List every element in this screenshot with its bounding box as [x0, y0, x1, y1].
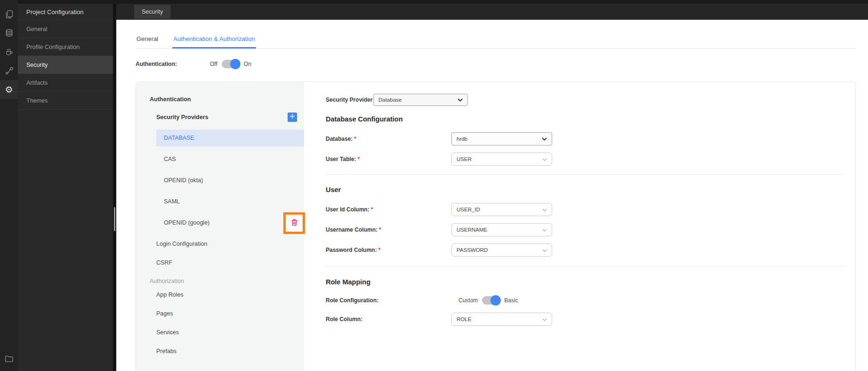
sidebar-item-artifacts[interactable]: Artifacts: [18, 73, 113, 91]
required-asterisk: *: [378, 247, 381, 253]
database-field-row: Database:* hrdb: [326, 132, 844, 145]
auth-nav-panel: Authentication Security Providers DATABA…: [136, 82, 304, 371]
role-mapping-heading: Role Mapping: [326, 278, 844, 286]
database-configuration-heading: Database Configuration: [326, 115, 844, 123]
section-divider: [326, 266, 844, 266]
username-column-label: Username Column:*: [326, 226, 451, 233]
password-column-value: PASSWORD: [457, 247, 488, 253]
provider-item-database[interactable]: DATABASE: [156, 129, 304, 146]
user-id-column-select[interactable]: USER_ID: [451, 203, 552, 216]
role-column-row: Role Column: ROLE: [326, 313, 844, 326]
provider-item-openid-okta[interactable]: OPENID (okta): [156, 172, 304, 189]
window-top-strip: [18, 0, 868, 4]
tab-authentication-authorization[interactable]: Authentication & Authorization: [172, 35, 256, 48]
nav-item-pages[interactable]: Pages: [156, 305, 304, 322]
delete-provider-button[interactable]: [283, 212, 305, 234]
chevron-down-icon: [458, 97, 463, 103]
label-text: Password Column:: [326, 247, 377, 253]
nav-item-prefabs[interactable]: Prefabs: [156, 343, 304, 360]
role-configuration-toggle-group: Custom Basic: [458, 296, 518, 305]
provider-item-cas[interactable]: CAS: [156, 151, 304, 168]
chevron-down-icon: [542, 136, 547, 142]
chevron-down-icon: [542, 316, 547, 322]
nav-item-services[interactable]: Services: [156, 324, 304, 341]
role-column-value: ROLE: [457, 316, 471, 322]
required-asterisk: *: [371, 206, 373, 213]
services-icon[interactable]: [0, 61, 18, 80]
sidebar-item-profile-configuration[interactable]: Profile Configuration: [18, 38, 113, 56]
tab-bar: General Authentication & Authorization: [136, 35, 856, 49]
security-provider-field-label: Security Provider: [326, 97, 373, 103]
label-text: User Table:: [326, 156, 356, 162]
role-configuration-switch[interactable]: [482, 296, 500, 305]
toggle-custom-label: Custom: [458, 297, 478, 304]
topbar-tab-security[interactable]: Security: [134, 5, 170, 19]
user-id-column-value: USER_ID: [457, 207, 480, 212]
pages-icon[interactable]: [0, 5, 18, 24]
toggle-off-label: Off: [210, 61, 217, 67]
java-icon[interactable]: [0, 42, 18, 61]
nav-item-app-roles[interactable]: App Roles: [156, 286, 304, 303]
user-table-field-row: User Table:* USER: [326, 153, 844, 166]
username-column-select[interactable]: USERNAME: [451, 223, 552, 236]
scrollbar-thumb[interactable]: [114, 207, 115, 231]
authentication-toggle-row: Authentication: Off On: [136, 59, 868, 69]
role-configuration-label: Role Configuration:: [326, 297, 451, 304]
switch-knob: [230, 59, 241, 69]
database-icon[interactable]: [0, 24, 18, 42]
user-table-field-label: User Table:*: [326, 156, 451, 162]
authentication-label: Authentication:: [136, 61, 210, 67]
user-table-select[interactable]: USER: [451, 153, 552, 166]
role-configuration-row: Role Configuration: Custom Basic: [326, 295, 844, 306]
required-asterisk: *: [379, 226, 381, 233]
required-asterisk: *: [354, 136, 356, 142]
role-column-label: Role Column:: [326, 316, 451, 323]
section-divider: [326, 174, 844, 175]
settings-icon[interactable]: ⚙: [0, 80, 18, 99]
toggle-on-label: On: [244, 61, 251, 67]
username-column-value: USERNAME: [457, 227, 487, 233]
nav-item-csrf[interactable]: CSRF: [156, 254, 304, 271]
icon-rail: ⚙: [0, 0, 18, 371]
chevron-down-icon: [542, 207, 547, 212]
database-field-label: Database:*: [326, 136, 451, 142]
switch-knob: [490, 295, 501, 306]
security-provider-select[interactable]: Database: [373, 94, 468, 106]
label-text: Username Column:: [326, 226, 378, 233]
label-text: Role Column:: [326, 316, 362, 323]
authentication-switch[interactable]: [222, 60, 240, 68]
security-providers-label: Security Providers: [156, 114, 208, 121]
authorization-section-header: Authorization: [150, 278, 304, 284]
sidebar-item-general[interactable]: General: [18, 20, 113, 38]
sidebar-item-security[interactable]: Security: [18, 56, 113, 73]
role-column-select[interactable]: ROLE: [451, 313, 552, 326]
security-settings-card: Authentication Security Providers DATABA…: [136, 81, 856, 371]
security-provider-row: Security Provider Database: [326, 94, 844, 106]
user-id-column-row: User Id Column:* USER_ID: [326, 203, 844, 216]
main-area: Security General Authentication & Author…: [116, 0, 868, 371]
username-column-row: Username Column:* USERNAME: [326, 223, 844, 236]
chevron-down-icon: [542, 247, 547, 253]
user-id-column-label: User Id Column:*: [326, 206, 451, 213]
database-value: hrdb: [457, 136, 467, 142]
provider-item-saml[interactable]: SAML: [156, 193, 304, 210]
tab-general[interactable]: General: [136, 35, 159, 48]
provider-item-openid-google[interactable]: OPENID (google): [156, 214, 304, 231]
sidebar-scrollbar: [113, 0, 116, 371]
plus-icon: [289, 113, 296, 121]
password-column-select[interactable]: PASSWORD: [451, 243, 552, 257]
toggle-basic-label: Basic: [504, 297, 518, 304]
folder-icon[interactable]: [0, 349, 18, 368]
security-providers-row: Security Providers: [156, 113, 297, 122]
label-text: Database:: [326, 136, 353, 142]
sidebar-title: Project Configuration: [18, 4, 113, 20]
add-provider-button[interactable]: [288, 113, 297, 122]
nav-item-login-configuration[interactable]: Login Configuration: [156, 235, 304, 252]
label-text: User Id Column:: [326, 206, 370, 213]
chevron-down-icon: [542, 156, 547, 162]
required-asterisk: *: [357, 156, 360, 162]
sidebar-item-themes[interactable]: Themes: [18, 91, 113, 110]
database-select[interactable]: hrdb: [451, 132, 552, 145]
app-window: ⚙ Project Configuration General Profile …: [0, 0, 868, 371]
trash-icon: [290, 218, 299, 229]
